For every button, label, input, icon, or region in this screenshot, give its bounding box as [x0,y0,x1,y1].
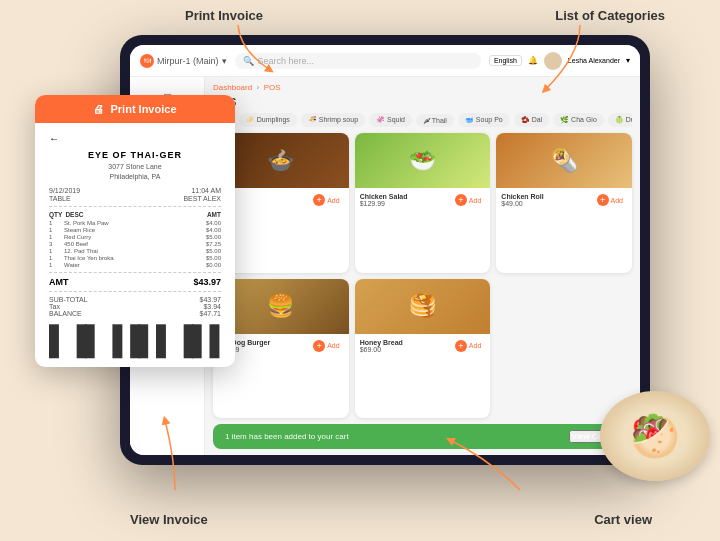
category-thail[interactable]: 🌶 Thail [416,114,454,127]
category-chia[interactable]: 🌿 Cha Gio [553,113,604,127]
add-food-4[interactable]: + Add [451,338,485,354]
subtotal-row: SUB-TOTAL $43.97 [49,296,221,303]
add-plus-icon-0: + [313,194,325,206]
invoice-table-header: QTY DESC AMT [49,211,221,218]
invoice-address: 3077 Stone Lane Philadelphia, PA [49,162,221,182]
breadcrumb: Dashboard › POS [213,83,632,92]
add-label-2: Add [611,197,623,204]
invoice-item-1: 1Steam Rice$4.00 [49,227,221,233]
add-food-2[interactable]: + Add [593,192,627,208]
user-avatar [544,52,562,70]
invoice-subtotals: SUB-TOTAL $43.97 Tax $3.94 BALANCE $47.7… [49,296,221,317]
notification-icon[interactable]: 🔔 [528,56,538,65]
add-food-1[interactable]: + Add [451,192,485,208]
add-plus-icon-3: + [313,340,325,352]
category-squid[interactable]: 🦑 Squid [369,113,412,127]
add-label-0: Add [327,197,339,204]
print-invoice-label: Print Invoice [185,8,263,23]
invoice-table: TABLE BEST ALEX [49,195,221,202]
add-plus-icon-1: + [455,194,467,206]
food-card-4: 🥞 Honey Bread $69.00 + Add [355,279,491,419]
pos-content: Dashboard › POS POS All 🥟 Dumplings 🍜 Sh… [205,77,640,455]
food-info-4: Honey Bread $69.00 + Add [355,334,491,358]
invoice-header[interactable]: 🖨 Print Invoice [35,95,235,123]
invoice-item-6: 1Water$0.00 [49,262,221,268]
invoice-divider-3 [49,291,221,292]
category-soup[interactable]: 🥣 Soup Po [458,113,510,127]
add-food-0[interactable]: + Add [309,192,343,208]
branch-select[interactable]: 🍽 Mirpur-1 (Main) ▾ [140,54,227,68]
invoice-date: 9/12/2019 11:04 AM [49,187,221,194]
top-bar: 🍽 Mirpur-1 (Main) ▾ 🔍 Search here... Eng… [130,45,640,77]
barcode-area: ▌▐▌▐▐▌▌▐▌▌▐▌▐▐▌▌▐ [49,325,221,357]
cart-view-label: Cart view [594,512,652,527]
food-price-1: $129.99 [360,200,408,207]
add-label-4: Add [469,342,481,349]
food-image-1: 🥗 [355,133,491,188]
search-placeholder: Search here... [258,56,315,66]
balance-row: BALANCE $47.71 [49,310,221,317]
barcode: ▌▐▌▐▐▌▌▐▌▌▐▌▐▐▌▌▐ [49,325,221,357]
branch-chevron: ▾ [222,56,227,66]
food-price-2: $49.00 [501,200,543,207]
search-bar[interactable]: 🔍 Search here... [235,53,481,69]
category-shrimp[interactable]: 🍜 Shrimp soup [301,113,365,127]
breadcrumb-home: Dashboard [213,83,252,92]
breadcrumb-current: POS [264,83,281,92]
list-categories-label: List of Categories [555,8,665,23]
invoice-item-2: 1Red Curry$5.00 [49,234,221,240]
back-icon[interactable]: ← [49,133,59,144]
invoice-item-4: 112. Pad Thai$5.00 [49,248,221,254]
invoice-divider-1 [49,206,221,207]
print-invoice-btn-label: Print Invoice [110,103,176,115]
food-image-2: 🌯 [496,133,632,188]
food-image-4: 🥞 [355,279,491,334]
invoice-item-0: 1St. Pork Ma Paw$4.00 [49,220,221,226]
categories-row: All 🥟 Dumplings 🍜 Shrimp soup 🦑 Squid 🌶 … [213,113,632,127]
invoice-item-3: 3450 Beef$7.25 [49,241,221,247]
invoice-body: ← EYE OF THAI-GER 3077 Stone Lane Philad… [35,123,235,367]
food-card-1: 🥗 Chicken Salad $129.99 + Add [355,133,491,273]
food-decoration: 🥙 [600,391,710,481]
printer-icon: 🖨 [93,103,104,115]
tax-row: Tax $3.94 [49,303,221,310]
invoice-overlay: 🖨 Print Invoice ← EYE OF THAI-GER 3077 S… [35,95,235,367]
food-name-4: Honey Bread [360,339,403,346]
search-icon: 🔍 [243,56,254,66]
cart-notification-text: 1 item has been added to your cart [225,432,349,441]
add-label-1: Add [469,197,481,204]
user-name: Lesha Alexander [568,57,620,64]
invoice-item-5: 1Thai Ice Yen broka$5.00 [49,255,221,261]
branch-name: Mirpur-1 (Main) [157,56,219,66]
add-food-3[interactable]: + Add [309,338,343,354]
food-name-2: Chicken Roll [501,193,543,200]
food-price-4: $69.00 [360,346,403,353]
top-right-controls: English 🔔 Lesha Alexander ▾ [489,52,630,70]
food-grid: 🍲 + Add [213,133,632,418]
branch-icon: 🍽 [140,54,154,68]
food-name-1: Chicken Salad [360,193,408,200]
invoice-divider-2 [49,272,221,273]
add-plus-icon-2: + [597,194,609,206]
add-plus-icon-4: + [455,340,467,352]
add-label-3: Add [327,342,339,349]
pos-title: POS [213,96,632,108]
invoice-total: AMT $43.97 [49,277,221,287]
user-chevron: ▾ [626,56,630,65]
category-dumplings[interactable]: 🥟 Dumplings [239,113,297,127]
category-durian[interactable]: 🍈 Durian [608,113,632,127]
view-invoice-label: View Invoice [130,512,208,527]
food-info-1: Chicken Salad $129.99 + Add [355,188,491,212]
invoice-restaurant: EYE OF THAI-GER [49,150,221,160]
food-info-2: Chicken Roll $49.00 + Add [496,188,632,212]
language-selector[interactable]: English [489,55,522,66]
category-dal[interactable]: 🫘 Dal [514,113,549,127]
food-card-2: 🌯 Chicken Roll $49.00 + Add [496,133,632,273]
cart-notification: 1 item has been added to your cart View … [213,424,632,449]
invoice-items-list: 1St. Pork Ma Paw$4.00 1Steam Rice$4.00 1… [49,220,221,268]
